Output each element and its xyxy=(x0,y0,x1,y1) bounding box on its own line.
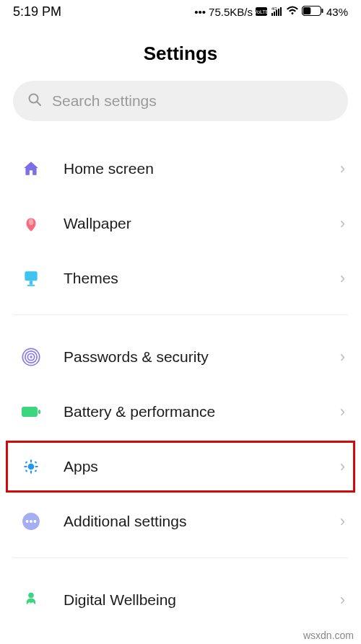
themes-icon xyxy=(20,268,42,289)
item-label: Digital Wellbeing xyxy=(64,591,340,609)
svg-rect-31 xyxy=(35,469,38,472)
signal-icon: 4G xyxy=(270,6,283,18)
svg-rect-3 xyxy=(271,13,273,16)
svg-rect-27 xyxy=(35,466,38,467)
svg-rect-28 xyxy=(25,461,28,464)
svg-point-33 xyxy=(26,520,29,523)
chevron-right-icon: › xyxy=(340,402,345,421)
svg-rect-7 xyxy=(280,7,282,16)
settings-item-wallpaper[interactable]: Wallpaper › xyxy=(0,196,361,251)
settings-item-additional[interactable]: Additional settings › xyxy=(0,494,361,549)
watermark: wsxdn.com xyxy=(303,630,354,641)
page-title: Settings xyxy=(0,43,361,65)
svg-rect-4 xyxy=(274,12,275,16)
wifi-icon xyxy=(286,6,299,18)
status-time: 5:19 PM xyxy=(13,4,61,19)
volte-icon: VoLTE xyxy=(256,6,267,18)
chevron-right-icon: › xyxy=(340,348,345,366)
battery-perf-icon xyxy=(20,401,42,423)
status-battery-pct: 43% xyxy=(326,6,348,18)
svg-point-34 xyxy=(30,520,32,523)
settings-item-passwords-security[interactable]: Passwords & security › xyxy=(0,330,361,384)
search-icon xyxy=(27,92,42,110)
chevron-right-icon: › xyxy=(340,269,345,288)
chevron-right-icon: › xyxy=(340,159,345,178)
apps-icon xyxy=(20,456,42,477)
chevron-right-icon: › xyxy=(340,214,345,233)
svg-point-13 xyxy=(29,219,34,226)
settings-item-home-screen[interactable]: Home screen › xyxy=(0,141,361,196)
item-label: Apps xyxy=(64,458,340,475)
svg-rect-25 xyxy=(30,470,32,473)
svg-rect-24 xyxy=(30,459,32,462)
wellbeing-icon xyxy=(20,589,42,611)
svg-rect-14 xyxy=(25,271,37,281)
additional-icon xyxy=(20,511,42,532)
svg-point-35 xyxy=(33,520,36,523)
svg-point-36 xyxy=(28,593,34,599)
svg-point-20 xyxy=(30,356,32,358)
svg-text:VoLTE: VoLTE xyxy=(256,9,267,14)
svg-rect-16 xyxy=(27,285,35,286)
svg-rect-26 xyxy=(24,466,27,467)
settings-item-apps[interactable]: Apps › xyxy=(0,439,361,494)
svg-rect-30 xyxy=(25,469,28,472)
svg-rect-15 xyxy=(30,281,32,284)
fingerprint-icon xyxy=(20,346,42,368)
status-right: ••• 75.5KB/s VoLTE 4G 43% xyxy=(194,6,348,18)
item-label: Additional settings xyxy=(64,513,340,530)
divider xyxy=(13,557,348,558)
svg-rect-22 xyxy=(38,410,40,414)
home-icon xyxy=(20,158,42,180)
settings-item-battery-performance[interactable]: Battery & performance › xyxy=(0,384,361,439)
status-bar: 5:19 PM ••• 75.5KB/s VoLTE 4G 43% xyxy=(0,0,361,22)
status-dots: ••• xyxy=(194,6,206,18)
svg-line-12 xyxy=(37,102,40,105)
divider xyxy=(13,314,348,315)
status-speed: 75.5KB/s xyxy=(209,6,253,18)
item-label: Wallpaper xyxy=(64,215,340,232)
item-label: Passwords & security xyxy=(64,348,340,366)
svg-rect-6 xyxy=(278,9,279,16)
item-label: Battery & performance xyxy=(64,403,340,420)
settings-item-themes[interactable]: Themes › xyxy=(0,251,361,306)
settings-item-digital-wellbeing[interactable]: Digital Wellbeing › xyxy=(0,573,361,627)
wallpaper-icon xyxy=(20,213,42,234)
search-input[interactable]: Search settings xyxy=(13,81,348,121)
search-placeholder: Search settings xyxy=(52,92,157,110)
svg-rect-10 xyxy=(321,9,323,13)
battery-icon xyxy=(302,6,323,18)
chevron-right-icon: › xyxy=(340,591,345,609)
svg-rect-29 xyxy=(35,461,38,464)
svg-point-23 xyxy=(28,464,35,470)
svg-rect-9 xyxy=(303,7,310,14)
svg-rect-21 xyxy=(22,407,38,417)
item-label: Themes xyxy=(64,270,340,287)
item-label: Home screen xyxy=(64,160,340,177)
chevron-right-icon: › xyxy=(340,457,345,476)
chevron-right-icon: › xyxy=(340,512,345,531)
svg-rect-5 xyxy=(276,10,277,16)
